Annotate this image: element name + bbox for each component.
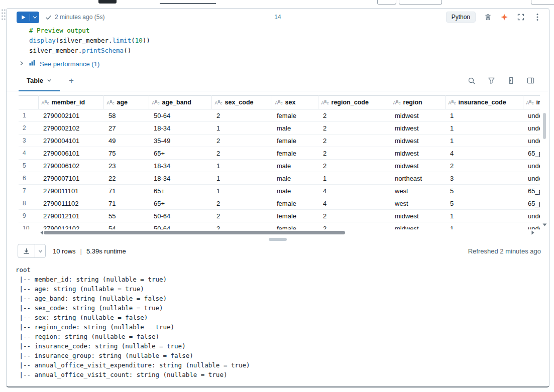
table-cell[interactable]: male xyxy=(272,172,318,185)
table-cell[interactable]: 22 xyxy=(103,172,149,185)
tab-table[interactable]: Table xyxy=(19,70,60,91)
table-cell[interactable]: 1 xyxy=(211,172,272,185)
table-cell[interactable]: 1 xyxy=(211,122,272,135)
table-cell[interactable]: 1 xyxy=(211,185,272,197)
table-cell[interactable]: 50-64 xyxy=(149,210,211,222)
table-cell[interactable]: 2 xyxy=(318,135,390,147)
table-row[interactable]: 127900021015850-642female2midwest1unde xyxy=(19,109,540,122)
table-cell[interactable]: 75 xyxy=(103,147,149,160)
table-cell[interactable]: 65_p xyxy=(523,185,540,197)
table-cell[interactable]: 1 xyxy=(445,122,523,135)
table-cell[interactable]: male xyxy=(272,185,318,197)
assistant-icon[interactable] xyxy=(500,13,509,22)
table-cell[interactable]: 5 xyxy=(445,185,523,197)
table-cell[interactable]: 23 xyxy=(103,160,149,172)
table-cell[interactable]: 2790004101 xyxy=(38,135,103,147)
table-cell[interactable]: unde xyxy=(523,210,540,222)
horizontal-scrollbar[interactable] xyxy=(19,229,541,236)
scroll-left-icon[interactable] xyxy=(40,230,44,235)
table-cell[interactable]: midwest xyxy=(390,147,445,160)
table-cell[interactable]: 65+ xyxy=(149,197,211,210)
row-height-icon[interactable] xyxy=(506,76,515,85)
table-cell[interactable]: female xyxy=(272,135,318,147)
table-cell[interactable]: 65_p xyxy=(523,197,540,210)
table-cell[interactable]: 2790006101 xyxy=(38,147,103,160)
table-cell[interactable]: 54 xyxy=(103,222,149,230)
table-cell[interactable]: west xyxy=(390,185,445,197)
table-cell[interactable]: 1 xyxy=(445,210,523,222)
table-row[interactable]: 527900061022318-341male2midwest2unde xyxy=(19,160,540,172)
table-cell[interactable]: male xyxy=(272,122,318,135)
download-button[interactable] xyxy=(18,244,46,258)
see-performance-link[interactable]: See performance (1) xyxy=(40,60,99,68)
table-row[interactable]: 427900061017565+2female2midwest465_p xyxy=(19,147,540,160)
table-cell[interactable]: midwest xyxy=(390,210,445,222)
column-header-age[interactable]: ABcage xyxy=(103,96,149,109)
cell-menu-kebab-icon[interactable] xyxy=(533,13,542,22)
table-cell[interactable]: 2 xyxy=(318,122,390,135)
table-cell[interactable]: 2 xyxy=(211,210,272,222)
cell-drag-handle-icon[interactable] xyxy=(1,9,6,22)
table-cell[interactable]: 18-34 xyxy=(149,160,211,172)
collapse-chevron-icon[interactable] xyxy=(19,59,25,68)
scroll-right-icon[interactable] xyxy=(531,230,535,235)
table-cell[interactable]: female xyxy=(272,210,318,222)
table-cell[interactable]: northeast xyxy=(390,172,445,185)
table-cell[interactable]: midwest xyxy=(390,122,445,135)
table-row[interactable]: 327900041014935-492female2midwest1unde xyxy=(19,135,540,147)
code-editor[interactable]: # Preview outputdisplay(silver_member.li… xyxy=(7,26,549,57)
table-cell[interactable]: 4 xyxy=(318,197,390,210)
table-row[interactable]: 927900121015550-642female2midwest1unde xyxy=(19,210,540,222)
table-cell[interactable]: 1 xyxy=(445,135,523,147)
table-cell[interactable]: 3 xyxy=(445,172,523,185)
table-cell[interactable]: 2 xyxy=(318,147,390,160)
column-header-age_band[interactable]: ABcage_band xyxy=(149,96,211,109)
table-cell[interactable]: 18-34 xyxy=(149,122,211,135)
table-cell[interactable]: 49 xyxy=(103,135,149,147)
table-row[interactable]: 227900021022718-341male2midwest1unde xyxy=(19,122,540,135)
table-cell[interactable]: 71 xyxy=(103,185,149,197)
table-cell[interactable]: female xyxy=(272,197,318,210)
table-row[interactable]: 627900071012218-341male1northeast3unde xyxy=(19,172,540,185)
table-cell[interactable]: 2 xyxy=(211,109,272,122)
table-cell[interactable]: 1 xyxy=(211,160,272,172)
horizontal-scrollbar-thumb[interactable] xyxy=(44,231,345,234)
table-cell[interactable]: 65+ xyxy=(149,147,211,160)
table-cell[interactable]: midwest xyxy=(390,160,445,172)
table-cell[interactable]: 58 xyxy=(103,109,149,122)
table-cell[interactable]: 1 xyxy=(318,172,390,185)
table-cell[interactable]: midwest xyxy=(390,222,445,230)
run-button[interactable] xyxy=(17,12,39,23)
delete-cell-button[interactable] xyxy=(483,13,492,22)
table-cell[interactable]: female xyxy=(272,109,318,122)
table-cell[interactable]: 50-64 xyxy=(149,109,211,122)
tab-dropdown-chevron-icon[interactable] xyxy=(47,77,52,84)
table-cell[interactable]: 5 xyxy=(445,197,523,210)
table-cell[interactable]: 2 xyxy=(211,222,272,230)
table-cell[interactable]: 2790012101 xyxy=(38,210,103,222)
table-cell[interactable]: 4 xyxy=(445,147,523,160)
table-row[interactable]: 727900111017165+1male4west565_p xyxy=(19,185,540,197)
table-cell[interactable]: male xyxy=(272,160,318,172)
table-cell[interactable]: 1 xyxy=(445,109,523,122)
table-cell[interactable]: 71 xyxy=(103,197,149,210)
table-row[interactable]: 827900111027165+2female4west565_p xyxy=(19,197,540,210)
column-header-insurance_code[interactable]: ABcinsurance_code xyxy=(445,96,523,109)
maximize-cell-icon[interactable] xyxy=(516,13,525,22)
table-cell[interactable]: 4 xyxy=(318,185,390,197)
table-cell[interactable]: 2790007101 xyxy=(38,172,103,185)
table-cell[interactable]: 65+ xyxy=(149,185,211,197)
table-cell[interactable]: 2790012102 xyxy=(38,222,103,230)
table-cell[interactable]: 2790002102 xyxy=(38,122,103,135)
column-header-region[interactable]: ABcregion xyxy=(390,96,445,109)
table-cell[interactable]: 2 xyxy=(318,222,390,230)
table-cell[interactable]: 2 xyxy=(211,197,272,210)
vertical-scrollbar-thumb[interactable] xyxy=(543,113,546,139)
filter-icon[interactable] xyxy=(487,76,496,85)
run-options-chevron-icon[interactable] xyxy=(30,12,39,23)
table-cell[interactable]: 2 xyxy=(445,160,523,172)
table-cell[interactable]: female xyxy=(272,222,318,230)
table-cell[interactable]: west xyxy=(390,197,445,210)
table-cell[interactable]: 2 xyxy=(211,147,272,160)
table-cell[interactable]: unde xyxy=(523,135,540,147)
